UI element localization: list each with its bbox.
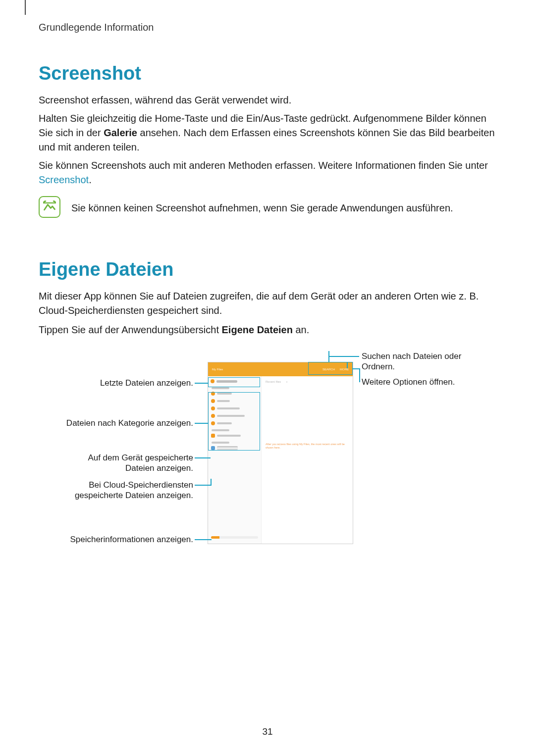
page-content: Grundlegende Information Screenshot Scre…	[0, 0, 535, 559]
device-mock: My Files SEARCH MORE	[208, 362, 353, 544]
highlight-recent	[208, 377, 260, 387]
storage-meter	[211, 536, 258, 539]
tab-add: +	[286, 380, 288, 383]
sidebar-section-header	[212, 387, 229, 389]
leader-line	[328, 356, 359, 357]
highlight-categories	[208, 392, 260, 451]
device-tabs: Recent files +	[266, 380, 349, 383]
callout-more: Weitere Optionen öffnen.	[362, 377, 476, 387]
para-files-2: Tippen Sie auf der Anwendungsübersicht E…	[39, 323, 496, 337]
breadcrumb: Grundlegende Information	[39, 22, 496, 33]
para-screenshot-2: Halten Sie gleichzeitig die Home-Taste u…	[39, 111, 496, 154]
leader-line	[211, 479, 212, 486]
leader-line	[195, 485, 211, 486]
bold-eigene-dateien: Eigene Dateien	[222, 324, 293, 335]
tab-recent: Recent files	[266, 380, 281, 383]
callout-category: Dateien nach Kategorie anzeigen.	[50, 418, 193, 428]
heading-screenshot: Screenshot	[39, 63, 496, 84]
note-block: Sie können keinen Screenshot aufnehmen, …	[39, 196, 496, 219]
text: Sie können Screenshots auch mit anderen …	[39, 160, 488, 171]
highlight-search-more	[308, 362, 353, 375]
text: Tippen Sie auf der Anwendungsübersicht	[39, 324, 222, 335]
callout-cloud: Bei Cloud-Speicherdiensten gespeicherte …	[64, 480, 193, 501]
leader-line	[195, 457, 211, 458]
callout-device: Auf dem Gerät gespeicherte Dateien anzei…	[64, 453, 193, 474]
para-screenshot-3: Sie können Screenshots auch mit anderen …	[39, 158, 496, 187]
leader-line	[353, 368, 360, 369]
device-main-pane: Recent files + After you access files us…	[262, 376, 353, 544]
leader-line	[359, 368, 360, 382]
leader-line	[195, 383, 208, 384]
device-empty-hint: After you access files using My Files, t…	[266, 443, 349, 450]
diagram: My Files SEARCH MORE	[79, 351, 456, 559]
heading-eigene-dateien: Eigene Dateien	[39, 259, 496, 280]
leader-line	[195, 423, 208, 424]
link-screenshot[interactable]: Screenshot	[39, 174, 89, 185]
para-files-1: Mit dieser App können Sie auf Dateien zu…	[39, 289, 496, 318]
bold-galerie: Galerie	[104, 127, 137, 138]
note-icon	[39, 196, 60, 218]
callout-recent: Letzte Dateien anzeigen.	[64, 378, 193, 388]
note-text: Sie können keinen Screenshot aufnehmen, …	[71, 201, 453, 215]
device-title: My Files	[212, 368, 223, 371]
callout-search: Suchen nach Dateien oder Ordnern.	[362, 351, 476, 372]
callout-storage: Speicherinformationen anzeigen.	[50, 534, 193, 545]
leader-line	[328, 351, 329, 362]
text: .	[89, 174, 92, 185]
para-screenshot-1: Screenshot erfassen, während das Gerät v…	[39, 93, 496, 107]
text: an.	[293, 324, 309, 335]
storage-meter-fill	[211, 536, 219, 539]
leader-line	[195, 539, 212, 540]
page-number: 31	[0, 726, 535, 737]
leader-line	[347, 362, 348, 368]
